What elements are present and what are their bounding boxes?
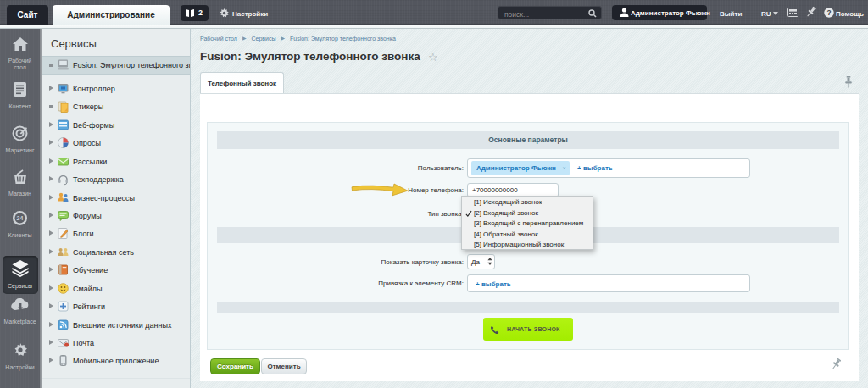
svg-text:?: ?	[826, 8, 831, 17]
svg-text:24: 24	[17, 215, 24, 221]
